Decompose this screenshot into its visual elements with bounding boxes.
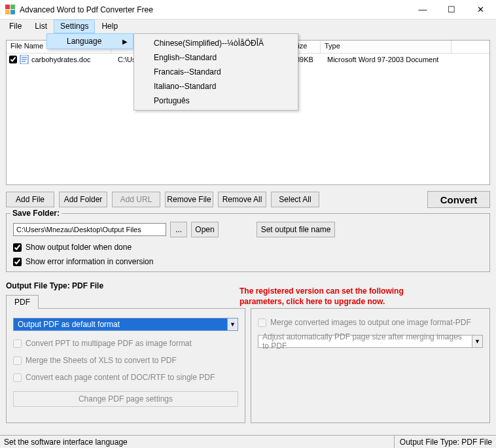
add-file-button[interactable]: Add File — [6, 192, 54, 207]
convert-ppt-checkbox — [13, 339, 22, 348]
lang-option[interactable]: English--Standard — [134, 50, 298, 65]
status-right: Output File Type: PDF File — [394, 436, 492, 448]
chevron-down-icon[interactable]: ▼ — [227, 319, 238, 330]
menu-file[interactable]: File — [3, 20, 28, 33]
add-folder-button[interactable]: Add Folder — [59, 192, 107, 207]
save-folder-group: Save Folder: ... Open Set output file na… — [6, 213, 490, 272]
page-size-combo: Adjust automatically PDF page size after… — [258, 335, 483, 348]
lang-option[interactable]: Chinese(Simplified)--¼òÌåÖÐÎÄ — [134, 36, 298, 50]
statusbar: Set the software interface language Outp… — [0, 435, 496, 448]
show-output-folder-checkbox[interactable] — [13, 243, 22, 252]
add-url-button[interactable]: Add URL — [112, 192, 160, 207]
select-all-button[interactable]: Select All — [271, 192, 319, 207]
show-error-checkbox[interactable] — [13, 258, 22, 266]
chevron-down-icon: ▼ — [472, 336, 482, 347]
minimize-button[interactable]: — — [408, 1, 437, 19]
set-output-filename-button[interactable]: Set output file name — [257, 222, 335, 237]
submenu-language[interactable]: Language ▶ — [46, 33, 133, 49]
lang-option[interactable]: Português — [134, 94, 298, 108]
convert-button[interactable]: Convert — [427, 191, 490, 208]
file-name: carbohydrates.doc — [31, 56, 118, 63]
file-size: 39KB — [296, 56, 327, 63]
open-button[interactable]: Open — [191, 222, 219, 237]
combo-text: Output PDF as default format — [14, 320, 227, 329]
submenu-language-label: Language — [67, 37, 101, 46]
doc-icon — [20, 55, 29, 64]
app-title: Advanced Word to Pdf Converter Free — [20, 5, 408, 14]
merge-xls-checkbox — [13, 356, 22, 365]
lang-option[interactable]: Francais--Standard — [134, 65, 298, 79]
svg-rect-3 — [10, 10, 15, 14]
upgrade-line1: The registered version can set the follo… — [239, 286, 404, 296]
svg-rect-6 — [22, 59, 27, 60]
pdf-options-panel-left: Output PDF as default format ▼ Convert P… — [6, 308, 245, 423]
file-checkbox[interactable] — [9, 56, 17, 63]
menu-list[interactable]: List — [28, 20, 54, 33]
pdf-options-panel-right: Merge converted images to output one ima… — [251, 308, 490, 423]
change-pdf-settings-button[interactable]: Change PDF page settings — [13, 391, 238, 407]
convert-doc-label: Convert each page content of DOC/RTF to … — [26, 373, 215, 382]
tab-pdf[interactable]: PDF — [6, 295, 39, 309]
close-button[interactable]: ✕ — [466, 1, 495, 19]
menubar: File List Settings Help — [0, 20, 496, 33]
show-output-folder-label: Show output folder when done — [26, 243, 132, 252]
combo-text: Adjust automatically PDF page size after… — [258, 332, 472, 351]
upgrade-line2: parameters, click here to upgrade now. — [239, 296, 404, 307]
merge-images-checkbox — [258, 319, 266, 327]
svg-rect-2 — [5, 10, 10, 14]
col-type[interactable]: Type — [321, 41, 452, 53]
svg-rect-5 — [22, 57, 27, 58]
save-folder-legend: Save Folder: — [10, 209, 62, 218]
upgrade-message[interactable]: The registered version can set the follo… — [239, 286, 404, 307]
save-path-input[interactable] — [13, 223, 166, 236]
convert-doc-checkbox — [13, 373, 22, 382]
convert-ppt-label: Convert PPT to multipage PDF as image fo… — [26, 339, 192, 348]
svg-rect-7 — [22, 61, 26, 61]
remove-all-button[interactable]: Remove All — [218, 192, 266, 207]
app-icon — [5, 5, 16, 15]
lang-option[interactable]: Italiano--Standard — [134, 79, 298, 94]
svg-rect-0 — [5, 5, 10, 9]
maximize-button[interactable]: ☐ — [437, 1, 466, 19]
browse-button[interactable]: ... — [170, 222, 187, 237]
output-file-type-label: Output File Type: PDF File — [6, 281, 103, 290]
menu-help[interactable]: Help — [95, 20, 124, 33]
language-submenu: Chinese(Simplified)--¼òÌåÖÐÎÄ English--S… — [133, 33, 298, 111]
settings-submenu: Language ▶ — [46, 33, 133, 49]
svg-rect-1 — [10, 5, 15, 9]
show-error-label: Show error information in conversion — [26, 257, 153, 266]
pdf-format-combo[interactable]: Output PDF as default format ▼ — [13, 318, 238, 331]
merge-xls-label: Merge the Sheets of XLS to convert to PD… — [26, 356, 177, 365]
merge-images-label: Merge converted images to output one ima… — [270, 318, 471, 327]
status-text: Set the software interface language — [4, 438, 128, 447]
chevron-right-icon: ▶ — [122, 38, 128, 45]
remove-file-button[interactable]: Remove File — [165, 192, 213, 207]
file-type: Microsoft Word 97-2003 Document — [327, 56, 438, 63]
menu-settings[interactable]: Settings — [54, 20, 95, 33]
titlebar: Advanced Word to Pdf Converter Free — ☐ … — [0, 0, 496, 20]
